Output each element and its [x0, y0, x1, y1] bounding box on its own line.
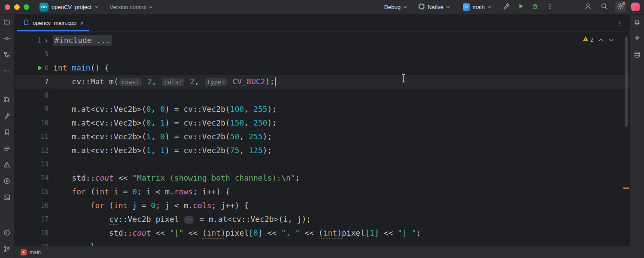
- code-line[interactable]: 19 }: [15, 240, 629, 246]
- code-line[interactable]: 12 m.at<cv::Vec2b>(1, 1) = cv::Vec2b(75,…: [15, 144, 629, 157]
- code-line[interactable]: 13: [15, 157, 629, 171]
- gutter[interactable]: 11: [15, 130, 53, 144]
- avatar[interactable]: [631, 3, 640, 11]
- run-tool-button[interactable]: [0, 174, 14, 190]
- database-tool-button[interactable]: [630, 47, 644, 64]
- run-button[interactable]: [515, 1, 526, 12]
- vertical-scrollbar[interactable]: [625, 37, 628, 127]
- close-window-button[interactable]: [5, 4, 10, 10]
- code-line[interactable]: 5: [15, 47, 629, 61]
- gutter[interactable]: 17: [15, 212, 53, 226]
- debug-button[interactable]: [530, 1, 541, 12]
- gutter[interactable]: 13: [15, 157, 53, 171]
- build-tool-button[interactable]: [0, 108, 14, 125]
- code-line[interactable]: 15 for (int i = 0; i < m.rows; i++) {: [15, 185, 629, 199]
- code-with-me-button[interactable]: [582, 1, 593, 12]
- problems-tool-button[interactable]: [0, 157, 14, 174]
- code-line[interactable]: 10 m.at<cv::Vec2b>(0, 1) = cv::Vec2b(150…: [15, 116, 629, 130]
- chevron-down-icon: [149, 5, 153, 9]
- code-token: <<: [151, 228, 170, 237]
- line-number[interactable]: 10: [41, 119, 49, 127]
- run-gutter-icon[interactable]: [38, 65, 42, 71]
- pull-requests-tool-button[interactable]: [0, 92, 14, 108]
- code-line[interactable]: 9 m.at<cv::Vec2b>(0, 0) = cv::Vec2b(100,…: [15, 102, 629, 116]
- error-stripe-mark[interactable]: [623, 187, 629, 189]
- code-line[interactable]: 17 cv::Vec2b pixel ·· = m.at<cv::Vec2b>(…: [15, 212, 629, 226]
- code-line[interactable]: 7 cv::Mat m(rows: 2, cols: 2, type: CV_8…: [15, 75, 629, 89]
- code-line[interactable]: 1›#include ...: [15, 34, 629, 47]
- prev-problem-button[interactable]: [598, 36, 604, 43]
- more-tools-button[interactable]: [0, 64, 14, 80]
- line-number[interactable]: 14: [41, 174, 49, 182]
- gutter[interactable]: 5: [15, 47, 53, 61]
- version-control-menu[interactable]: Version control: [109, 4, 153, 10]
- tab-options-button[interactable]: ⋮: [617, 19, 623, 27]
- line-number[interactable]: 11: [41, 133, 49, 141]
- settings-button[interactable]: [615, 1, 626, 12]
- line-number[interactable]: 17: [41, 215, 49, 223]
- code-line[interactable]: 16 for (int j = 0; j < m.cols; j++) {: [15, 199, 629, 212]
- code-line[interactable]: 8: [15, 89, 629, 102]
- line-number[interactable]: 16: [41, 202, 49, 209]
- tab-opencv-main-cpp[interactable]: opencv_main.cpp ×: [17, 15, 89, 31]
- version-control-tool-button[interactable]: [0, 242, 14, 258]
- line-number[interactable]: 1: [37, 37, 41, 44]
- code-line[interactable]: 11 m.at<cv::Vec2b>(1, 0) = cv::Vec2b(50,…: [15, 130, 629, 144]
- toolchain-select[interactable]: Native: [418, 3, 450, 11]
- line-number[interactable]: 7: [45, 78, 49, 86]
- build-button[interactable]: [501, 1, 512, 12]
- more-actions-button[interactable]: [544, 1, 556, 12]
- gutter[interactable]: 14: [15, 171, 53, 185]
- ai-assistant-button[interactable]: [630, 31, 644, 47]
- inlay-hint-icon[interactable]: ··: [184, 216, 194, 224]
- search-everywhere-button[interactable]: [598, 1, 610, 12]
- gutter[interactable]: 6: [15, 61, 53, 75]
- close-tab-icon[interactable]: ×: [80, 20, 84, 26]
- code-line[interactable]: 14 std::cout << "Matrix (showing both ch…: [15, 171, 629, 185]
- info-tool-button[interactable]: [0, 225, 14, 242]
- line-number[interactable]: 12: [41, 147, 49, 154]
- structure-tool-button[interactable]: [0, 47, 14, 64]
- gutter[interactable]: 9: [15, 102, 53, 116]
- run-configuration-select[interactable]: c main: [463, 3, 491, 11]
- toolchain-icon: [418, 3, 425, 11]
- gutter[interactable]: 16: [15, 199, 53, 212]
- line-number[interactable]: 8: [45, 92, 49, 99]
- project-tool-button[interactable]: [0, 15, 14, 31]
- project-widget[interactable]: OC openCV_project: [39, 3, 98, 12]
- commit-tool-button[interactable]: [0, 31, 14, 47]
- code-line[interactable]: 6int main() {: [15, 61, 629, 75]
- code-editor[interactable]: 1›#include ...56int main() {7 cv::Mat m(…: [15, 32, 629, 246]
- terminal-tool-button[interactable]: [0, 190, 14, 206]
- fold-chevron-icon[interactable]: ›: [44, 37, 49, 43]
- line-number[interactable]: 6: [45, 64, 49, 72]
- code-line[interactable]: 18 std::cout << "[" << (int)pixel[0] << …: [15, 226, 629, 240]
- code-text: #include ...: [53, 34, 112, 47]
- gutter[interactable]: 18: [15, 226, 53, 240]
- line-number[interactable]: 13: [41, 160, 49, 168]
- gutter[interactable]: 8: [15, 89, 53, 102]
- status-run-config[interactable]: main: [30, 249, 41, 255]
- notifications-button[interactable]: [630, 15, 644, 31]
- gutter[interactable]: 12: [15, 144, 53, 157]
- line-number[interactable]: 9: [45, 105, 49, 113]
- todo-tool-button[interactable]: [0, 141, 14, 157]
- code-token: ,: [240, 146, 249, 155]
- warnings-counter[interactable]: 2: [583, 36, 593, 43]
- line-number[interactable]: 19: [41, 243, 49, 246]
- minimize-window-button[interactable]: [14, 4, 20, 10]
- zoom-window-button[interactable]: [24, 4, 29, 10]
- gutter[interactable]: 19: [15, 240, 53, 246]
- code-token: cols:: [162, 78, 184, 86]
- gutter[interactable]: 1›: [15, 34, 53, 47]
- gutter[interactable]: 10: [15, 116, 53, 130]
- build-type-select[interactable]: Debug: [384, 4, 407, 10]
- next-problem-button[interactable]: [609, 36, 614, 43]
- inspections-widget[interactable]: 2: [583, 36, 614, 43]
- gutter[interactable]: 7: [15, 75, 53, 89]
- bookmarks-tool-button[interactable]: [0, 125, 14, 141]
- line-number[interactable]: 18: [41, 229, 49, 237]
- line-number[interactable]: 5: [45, 50, 49, 58]
- line-number[interactable]: 15: [41, 188, 49, 196]
- gutter[interactable]: 15: [15, 185, 53, 199]
